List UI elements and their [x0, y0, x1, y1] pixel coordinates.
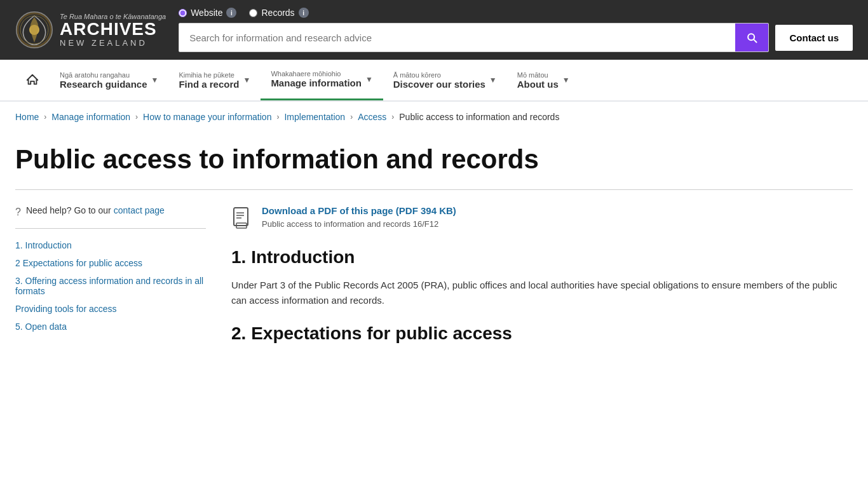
chevron-down-icon: ▼ — [243, 76, 250, 85]
nav-home[interactable] — [15, 63, 50, 97]
logo-area: Te Rua Mahara o te Kāwanatanga ARCHIVES … — [15, 11, 166, 49]
logo-country: NEW ZEALAND — [60, 38, 166, 48]
main-nav: Ngā aratohu rangahau Research guidance ▼… — [0, 60, 868, 102]
breadcrumb-how-to-manage[interactable]: How to manage your information — [143, 112, 271, 122]
chevron-down-icon: ▼ — [489, 76, 497, 85]
breadcrumb-access[interactable]: Access — [358, 112, 386, 122]
pdf-meta: Public access to information and records… — [262, 219, 456, 229]
nav-item-about[interactable]: Mō mātou About us ▼ — [507, 61, 580, 100]
radio-records[interactable]: Records i — [249, 8, 308, 18]
toc-link-5[interactable]: 5. Open data — [15, 322, 67, 332]
article: Download a PDF of this page (PDF 394 KB)… — [231, 205, 853, 349]
table-of-contents: 1. Introduction 2 Expectations for publi… — [15, 236, 206, 336]
content-layout: ? Need help? Go to our contact page 1. I… — [15, 205, 853, 349]
pdf-icon — [231, 207, 254, 229]
help-box: ? Need help? Go to our contact page — [15, 205, 206, 218]
site-header: Te Rua Mahara o te Kāwanatanga ARCHIVES … — [0, 0, 868, 60]
contact-button[interactable]: Contact us — [775, 25, 853, 51]
logo-icon — [15, 11, 53, 49]
search-input-wrap — [179, 23, 769, 52]
toc-link-3[interactable]: 3. Offering access information and recor… — [15, 276, 203, 296]
search-mode-row: Website i Records i — [179, 8, 853, 18]
header-right: Website i Records i Contact us — [179, 8, 853, 52]
sidebar-divider — [15, 228, 206, 229]
toc-item-2: 2 Expectations for public access — [15, 254, 206, 272]
breadcrumb-separator: › — [350, 112, 353, 121]
help-icon: ? — [15, 207, 21, 218]
breadcrumb-separator: › — [44, 112, 46, 121]
logo-text: Te Rua Mahara o te Kāwanatanga ARCHIVES … — [60, 13, 166, 48]
breadcrumb-separator: › — [276, 112, 279, 121]
sidebar: ? Need help? Go to our contact page 1. I… — [15, 205, 206, 349]
toc-item-4: Providing tools for access — [15, 300, 206, 318]
radio-website[interactable]: Website i — [179, 8, 236, 18]
chevron-down-icon: ▼ — [365, 75, 373, 84]
breadcrumb-home[interactable]: Home — [15, 112, 39, 122]
search-icon — [745, 31, 758, 44]
breadcrumb-separator: › — [391, 112, 394, 121]
section-1-text: Under Part 3 of the Public Records Act 2… — [231, 278, 853, 308]
pdf-download-link[interactable]: Download a PDF of this page (PDF 394 KB) — [262, 205, 456, 216]
search-input[interactable] — [179, 25, 735, 51]
website-info-icon[interactable]: i — [226, 8, 236, 18]
records-info-icon[interactable]: i — [299, 8, 309, 18]
nav-item-research[interactable]: Ngā aratohu rangahau Research guidance ▼ — [50, 61, 168, 100]
logo-title: ARCHIVES — [60, 20, 166, 38]
nav-item-stories[interactable]: Ā mātou kōrero Discover our stories ▼ — [383, 61, 507, 100]
nav-item-find-record[interactable]: Kimihia he pūkete Find a record ▼ — [168, 61, 261, 100]
page-divider — [15, 189, 853, 190]
breadcrumb-implementation[interactable]: Implementation — [284, 112, 345, 122]
toc-item-5: 5. Open data — [15, 318, 206, 336]
home-icon — [25, 73, 39, 87]
toc-item-1: 1. Introduction — [15, 236, 206, 254]
search-row: Contact us — [179, 23, 853, 52]
toc-link-2[interactable]: 2 Expectations for public access — [15, 258, 142, 268]
pdf-info: Download a PDF of this page (PDF 394 KB)… — [262, 205, 456, 229]
chevron-down-icon: ▼ — [151, 76, 159, 85]
section-1-heading: 1. Introduction — [231, 247, 853, 268]
breadcrumb-separator: › — [135, 112, 138, 121]
page-title: Public access to information and records — [15, 145, 853, 174]
chevron-down-icon: ▼ — [562, 76, 570, 85]
main-content: Public access to information and records… — [0, 132, 868, 374]
nav-item-manage-info[interactable]: Whakahaere mōhiohio Manage information ▼ — [261, 60, 383, 100]
toc-link-1[interactable]: 1. Introduction — [15, 240, 72, 250]
contact-link[interactable]: contact page — [114, 205, 165, 215]
section-2-heading: 2. Expectations for public access — [231, 323, 853, 344]
breadcrumb: Home › Manage information › How to manag… — [0, 102, 868, 132]
search-button[interactable] — [735, 24, 768, 51]
pdf-section: Download a PDF of this page (PDF 394 KB)… — [231, 205, 853, 229]
toc-link-4[interactable]: Providing tools for access — [15, 304, 117, 314]
breadcrumb-current: Public access to information and records — [399, 112, 559, 122]
toc-item-3: 3. Offering access information and recor… — [15, 272, 206, 300]
breadcrumb-manage-info[interactable]: Manage information — [51, 112, 130, 122]
